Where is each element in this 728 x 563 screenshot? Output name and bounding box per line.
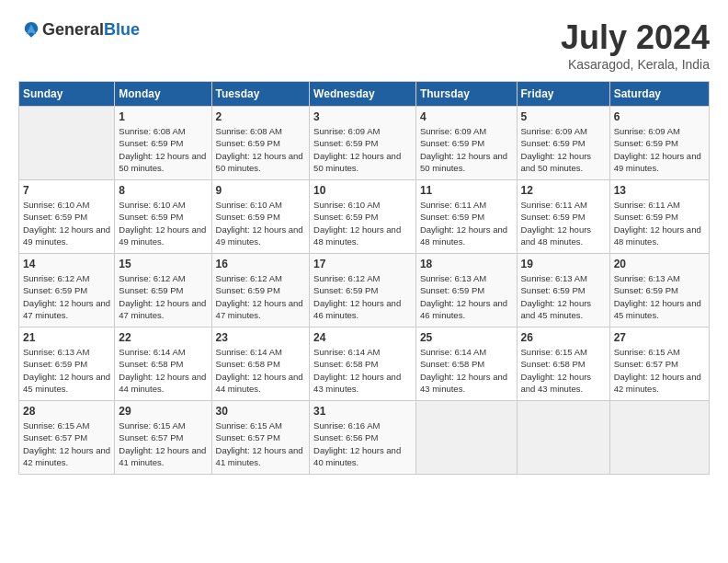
day-info: Sunrise: 6:11 AMSunset: 6:59 PMDaylight:… [420,199,513,247]
calendar-week-row: 1Sunrise: 6:08 AMSunset: 6:59 PMDaylight… [19,107,710,180]
calendar-day-cell [609,401,709,475]
calendar-day-cell [19,107,115,180]
day-number: 4 [420,110,513,123]
day-info: Sunrise: 6:11 AMSunset: 6:59 PMDaylight:… [614,199,705,247]
calendar-day-cell: 13Sunrise: 6:11 AMSunset: 6:59 PMDayligh… [609,180,709,254]
calendar-day-cell: 7Sunrise: 6:10 AMSunset: 6:59 PMDaylight… [19,180,115,254]
day-number: 18 [420,258,513,270]
weekday-header: Thursday [415,82,517,107]
day-number: 17 [313,258,412,270]
day-info: Sunrise: 6:14 AMSunset: 6:58 PMDaylight:… [216,346,306,395]
calendar-day-cell: 21Sunrise: 6:13 AMSunset: 6:59 PMDayligh… [19,327,115,401]
day-info: Sunrise: 6:15 AMSunset: 6:57 PMDaylight:… [614,346,705,395]
day-info: Sunrise: 6:12 AMSunset: 6:59 PMDaylight:… [119,272,207,321]
day-number: 30 [216,405,306,418]
day-info: Sunrise: 6:10 AMSunset: 6:59 PMDaylight:… [313,199,412,247]
weekday-header: Tuesday [211,82,310,107]
calendar-day-cell: 18Sunrise: 6:13 AMSunset: 6:59 PMDayligh… [415,254,517,327]
day-number: 12 [521,184,606,197]
calendar-day-cell: 8Sunrise: 6:10 AMSunset: 6:59 PMDaylight… [115,180,211,254]
title-section: July 2024 Kasaragod, Kerala, India [561,18,710,72]
day-info: Sunrise: 6:16 AMSunset: 6:56 PMDaylight:… [313,419,412,468]
day-number: 25 [420,331,513,344]
day-info: Sunrise: 6:15 AMSunset: 6:57 PMDaylight:… [216,419,306,468]
day-number: 26 [521,331,606,344]
calendar-day-cell: 11Sunrise: 6:11 AMSunset: 6:59 PMDayligh… [415,180,517,254]
day-number: 24 [313,331,412,344]
calendar-week-row: 14Sunrise: 6:12 AMSunset: 6:59 PMDayligh… [19,254,710,327]
day-number: 14 [23,258,110,270]
day-info: Sunrise: 6:13 AMSunset: 6:59 PMDaylight:… [521,272,606,321]
day-number: 20 [614,258,705,270]
day-info: Sunrise: 6:13 AMSunset: 6:59 PMDaylight:… [420,272,513,321]
day-number: 5 [521,110,606,123]
day-number: 6 [614,110,705,123]
day-info: Sunrise: 6:13 AMSunset: 6:59 PMDaylight:… [614,272,705,321]
calendar-day-cell: 24Sunrise: 6:14 AMSunset: 6:58 PMDayligh… [310,327,416,401]
day-number: 23 [216,331,306,344]
day-info: Sunrise: 6:14 AMSunset: 6:58 PMDaylight:… [420,346,513,395]
logo-blue: Blue [104,20,140,40]
calendar-day-cell: 17Sunrise: 6:12 AMSunset: 6:59 PMDayligh… [310,254,416,327]
calendar-day-cell: 31Sunrise: 6:16 AMSunset: 6:56 PMDayligh… [310,401,416,475]
day-number: 13 [614,184,705,197]
calendar-day-cell: 15Sunrise: 6:12 AMSunset: 6:59 PMDayligh… [115,254,211,327]
day-info: Sunrise: 6:15 AMSunset: 6:57 PMDaylight:… [23,419,110,468]
calendar-day-cell [517,401,609,475]
calendar-day-cell: 4Sunrise: 6:09 AMSunset: 6:59 PMDaylight… [415,107,517,180]
calendar-day-cell: 29Sunrise: 6:15 AMSunset: 6:57 PMDayligh… [115,401,211,475]
day-number: 9 [216,184,306,197]
calendar-day-cell: 2Sunrise: 6:08 AMSunset: 6:59 PMDaylight… [211,107,310,180]
day-number: 15 [119,258,207,270]
calendar-day-cell: 20Sunrise: 6:13 AMSunset: 6:59 PMDayligh… [609,254,709,327]
day-info: Sunrise: 6:08 AMSunset: 6:59 PMDaylight:… [216,125,306,174]
calendar-day-cell: 26Sunrise: 6:15 AMSunset: 6:58 PMDayligh… [517,327,609,401]
weekday-header: Monday [115,82,211,107]
day-number: 29 [119,405,207,418]
day-info: Sunrise: 6:15 AMSunset: 6:58 PMDaylight:… [521,346,606,395]
day-info: Sunrise: 6:09 AMSunset: 6:59 PMDaylight:… [420,125,513,174]
calendar-week-row: 28Sunrise: 6:15 AMSunset: 6:57 PMDayligh… [19,401,710,475]
day-number: 16 [216,258,306,270]
calendar-day-cell: 23Sunrise: 6:14 AMSunset: 6:58 PMDayligh… [211,327,310,401]
day-number: 10 [313,184,412,197]
day-number: 19 [521,258,606,270]
location: Kasaragod, Kerala, India [561,57,710,72]
day-info: Sunrise: 6:12 AMSunset: 6:59 PMDaylight:… [313,272,412,321]
day-info: Sunrise: 6:10 AMSunset: 6:59 PMDaylight:… [119,199,207,247]
weekday-header: Wednesday [310,82,416,107]
day-number: 27 [614,331,705,344]
day-info: Sunrise: 6:09 AMSunset: 6:59 PMDaylight:… [521,125,606,174]
calendar-day-cell [415,401,517,475]
calendar-day-cell: 28Sunrise: 6:15 AMSunset: 6:57 PMDayligh… [19,401,115,475]
calendar-day-cell: 19Sunrise: 6:13 AMSunset: 6:59 PMDayligh… [517,254,609,327]
month-title: July 2024 [561,18,710,57]
logo-general: General [42,20,104,40]
calendar-day-cell: 16Sunrise: 6:12 AMSunset: 6:59 PMDayligh… [211,254,310,327]
day-number: 22 [119,331,207,344]
day-info: Sunrise: 6:08 AMSunset: 6:59 PMDaylight:… [119,125,207,174]
weekday-header-row: SundayMondayTuesdayWednesdayThursdayFrid… [19,82,710,107]
day-number: 8 [119,184,207,197]
calendar-day-cell: 1Sunrise: 6:08 AMSunset: 6:59 PMDaylight… [115,107,211,180]
calendar-table: SundayMondayTuesdayWednesdayThursdayFrid… [18,81,710,475]
calendar-day-cell: 10Sunrise: 6:10 AMSunset: 6:59 PMDayligh… [310,180,416,254]
day-info: Sunrise: 6:11 AMSunset: 6:59 PMDaylight:… [521,199,606,247]
day-info: Sunrise: 6:14 AMSunset: 6:58 PMDaylight:… [119,346,207,395]
weekday-header: Sunday [19,82,115,107]
day-number: 28 [23,405,110,418]
calendar-day-cell: 9Sunrise: 6:10 AMSunset: 6:59 PMDaylight… [211,180,310,254]
day-number: 11 [420,184,513,197]
page-header: General Blue July 2024 Kasaragod, Kerala… [18,18,710,72]
day-number: 7 [23,184,110,197]
calendar-week-row: 21Sunrise: 6:13 AMSunset: 6:59 PMDayligh… [19,327,710,401]
calendar-day-cell: 3Sunrise: 6:09 AMSunset: 6:59 PMDaylight… [310,107,416,180]
weekday-header: Saturday [609,82,709,107]
calendar-week-row: 7Sunrise: 6:10 AMSunset: 6:59 PMDaylight… [19,180,710,254]
calendar-day-cell: 12Sunrise: 6:11 AMSunset: 6:59 PMDayligh… [517,180,609,254]
day-info: Sunrise: 6:15 AMSunset: 6:57 PMDaylight:… [119,419,207,468]
calendar-day-cell: 22Sunrise: 6:14 AMSunset: 6:58 PMDayligh… [115,327,211,401]
day-number: 1 [119,110,207,123]
calendar-day-cell: 30Sunrise: 6:15 AMSunset: 6:57 PMDayligh… [211,401,310,475]
calendar-day-cell: 14Sunrise: 6:12 AMSunset: 6:59 PMDayligh… [19,254,115,327]
